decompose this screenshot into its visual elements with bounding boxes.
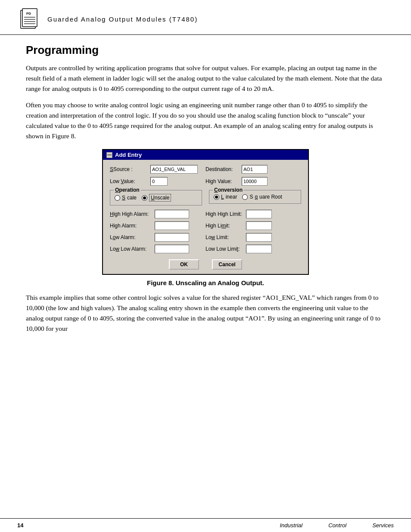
high-alarm-label: High Alarm: [110, 223, 153, 229]
square-root-radio[interactable] [242, 194, 248, 200]
page-title: Guarded Analog Output Modules (T7480) [47, 16, 198, 23]
source-destination-row: SSource : Destination: [110, 165, 301, 174]
destination-label: Destination: [206, 166, 240, 172]
high-limit-group: High Limit: [206, 221, 301, 230]
groups-row: Operation Scale Unscale [110, 189, 301, 205]
high-high-alarm-group: High High Alarm: [110, 210, 206, 218]
high-limit-label: High Limit: [206, 223, 244, 229]
footer-col3: Services [372, 522, 394, 529]
low-alarm-label: Low Alarm: [110, 234, 153, 240]
conversion-options: Linear Square Root [214, 194, 296, 200]
page-number: 14 [17, 522, 23, 529]
high-alarm-input[interactable] [155, 221, 189, 230]
low-value-input[interactable] [150, 177, 168, 186]
low-low-alarm-label: Low Low Alarm: [110, 246, 153, 252]
low-alarm-row: Low Alarm: Low Limit: [110, 233, 301, 242]
high-alarm-group: High Alarm: [110, 221, 206, 230]
paragraph-3: This example implies that some other con… [26, 292, 385, 334]
dialog-titlebar-left: ― Add Entry [106, 152, 142, 158]
low-value-group: Low Value: [110, 177, 206, 186]
low-limit-group: Low Limit: [206, 233, 301, 242]
footer-col1: Industrial [280, 522, 302, 529]
low-low-alarm-input[interactable] [155, 245, 189, 253]
cancel-button[interactable]: Cancel [212, 259, 242, 270]
source-field-group: SSource : [110, 165, 206, 174]
conversion-group-container: Conversion Linear Square Root [209, 189, 301, 205]
dialog-system-icon[interactable]: ― [106, 152, 112, 158]
low-alarm-group: Low Alarm: [110, 233, 206, 242]
page-footer: 14 Industrial Control Services [0, 518, 411, 532]
add-entry-dialog: ― Add Entry SSource : Destination: [102, 149, 309, 275]
high-value-label: High Value: [206, 178, 240, 184]
main-content: Programming Outputs are controlled by wr… [0, 35, 411, 348]
square-root-radio-label[interactable]: Square Root [242, 194, 282, 200]
linear-radio-label[interactable]: Linear [214, 194, 237, 200]
section-heading: Programming [26, 44, 385, 57]
linear-radio[interactable] [214, 194, 219, 200]
paragraph-2: Often you may choose to write analog con… [26, 100, 385, 141]
high-high-limit-group: High High Limit: [206, 210, 301, 218]
operation-group-container: Operation Scale Unscale [110, 189, 202, 205]
dialog-title: Add Entry [115, 152, 142, 158]
low-limit-input[interactable] [246, 233, 272, 242]
high-high-alarm-input[interactable] [155, 210, 189, 218]
scale-radio[interactable] [115, 195, 120, 201]
high-high-alarm-label: High High Alarm: [110, 211, 153, 217]
destination-field-group: Destination: [206, 165, 301, 174]
svg-text:PD: PD [26, 12, 31, 16]
low-low-limit-label: Low Low Limit: [206, 246, 244, 252]
source-label: SSource : [110, 166, 149, 172]
operation-options: Scale Unscale [115, 194, 197, 202]
low-value-label: Low Value: [110, 178, 149, 184]
conversion-group-label: Conversion [213, 187, 244, 193]
high-value-group: High Value: [206, 177, 301, 186]
low-low-limit-group: Low Low Limit: [206, 245, 301, 253]
source-input[interactable] [150, 165, 198, 174]
unscale-radio-label[interactable]: Unscale [142, 194, 171, 202]
high-high-limit-input[interactable] [246, 210, 272, 218]
document-icon: PD [17, 8, 40, 30]
conversion-group-box: Conversion Linear Square Root [209, 190, 301, 204]
low-limit-label: Low Limit: [206, 234, 244, 240]
low-low-alarm-row: Low Low Alarm: Low Low Limit: [110, 245, 301, 253]
figure-caption: Figure 8. Unscaling an Analog Output. [26, 279, 385, 286]
high-alarm-row: High Alarm: High Limit: [110, 221, 301, 230]
high-high-limit-label: High High Limit: [206, 211, 244, 217]
high-limit-input[interactable] [246, 221, 272, 230]
dialog-titlebar: ― Add Entry [103, 150, 308, 160]
operation-group-label: Operation [114, 187, 141, 193]
paragraph-1: Outputs are controlled by writing applic… [26, 63, 385, 94]
high-value-input[interactable] [242, 177, 268, 186]
operation-group-box: Operation Scale Unscale [110, 190, 202, 205]
ok-button[interactable]: OK [169, 259, 199, 270]
low-low-alarm-group: Low Low Alarm: [110, 245, 206, 253]
high-high-alarm-row: High High Alarm: High High Limit: [110, 210, 301, 218]
scale-radio-label[interactable]: Scale [115, 195, 137, 201]
unscale-radio[interactable] [142, 195, 147, 201]
destination-input[interactable] [242, 165, 268, 174]
alarm-section: High High Alarm: High High Limit: [110, 210, 301, 253]
footer-center: Industrial Control Services [23, 522, 394, 529]
footer-col2: Control [328, 522, 346, 529]
low-low-limit-input[interactable] [246, 245, 272, 253]
button-row: OK Cancel [110, 259, 301, 270]
values-row: Low Value: High Value: [110, 177, 301, 186]
dialog-body: SSource : Destination: Low Value: [103, 160, 308, 274]
page-header: PD Guarded Analog Output Modules (T7480) [0, 0, 411, 35]
low-alarm-input[interactable] [155, 233, 189, 242]
